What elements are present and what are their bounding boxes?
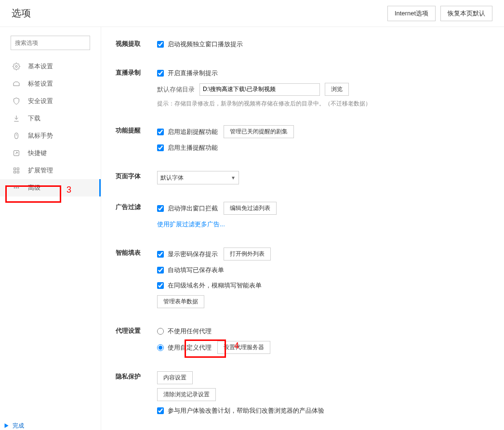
label-video-popup: 启动视频独立窗口播放提示 <box>168 40 243 49</box>
label-custom-proxy: 使用自定义代理 <box>168 343 212 352</box>
svg-rect-4 <box>14 168 16 170</box>
sidebar-item-label: 扩展管理 <box>28 166 53 175</box>
label-no-proxy: 不使用任何代理 <box>168 327 212 336</box>
svg-rect-1 <box>15 133 18 139</box>
svg-rect-7 <box>17 171 19 173</box>
sidebar-item-download[interactable]: 下载 <box>0 110 101 127</box>
section-title-video: 视频提取 <box>116 39 157 50</box>
tab-icon <box>13 80 20 88</box>
clear-history-button[interactable]: 清除浏览记录设置 <box>157 388 216 401</box>
label-popup-block: 启动弹出窗口拦截 <box>168 204 218 213</box>
label-default-dir: 默认存储目录 <box>157 85 195 94</box>
section-title-smartfill: 智能填表 <box>116 248 157 308</box>
svg-point-9 <box>16 187 17 188</box>
checkbox-popup-block[interactable] <box>157 205 164 212</box>
sidebar: 基本设置 标签设置 安全设置 下载 鼠标手势 快捷键 扩展管理 高级 <box>0 27 101 430</box>
checkbox-live-record[interactable] <box>157 70 164 77</box>
input-default-dir[interactable] <box>199 83 320 96</box>
label-fuzzy-fill: 在同级域名外，模糊填写智能表单 <box>168 281 262 290</box>
sidebar-item-security[interactable]: 安全设置 <box>0 92 101 110</box>
label-anchor-remind: 启用主播提醒功能 <box>168 143 218 152</box>
svg-rect-5 <box>17 168 19 170</box>
download-icon <box>13 115 20 122</box>
sidebar-item-mouse[interactable]: 鼠标手势 <box>0 127 101 144</box>
sidebar-item-advanced[interactable]: 高级 <box>0 179 101 196</box>
browse-button[interactable]: 浏览 <box>325 83 349 96</box>
section-title-privacy: 隐私保护 <box>116 371 157 417</box>
checkbox-anchor-remind[interactable] <box>157 144 164 151</box>
content-area: 视频提取 启动视频独立窗口播放提示 直播录制 开启直播录制提示 默认存储目录 浏… <box>101 27 504 430</box>
sidebar-item-tabs[interactable]: 标签设置 <box>0 75 101 92</box>
section-title-func: 功能提醒 <box>116 125 157 154</box>
checkbox-pwd-prompt[interactable] <box>157 251 164 258</box>
sidebar-item-shortcut[interactable]: 快捷键 <box>0 144 101 162</box>
section-title-adfilter: 广告过滤 <box>116 202 157 230</box>
sidebar-item-label: 鼠标手势 <box>28 131 53 140</box>
label-drama-remind: 启用追剧提醒功能 <box>168 128 218 136</box>
svg-marker-11 <box>5 423 9 428</box>
label-ux-plan: 参与用户体验改善计划，帮助我们改善浏览器的产品体验 <box>168 406 324 415</box>
sidebar-item-label: 下载 <box>28 114 40 123</box>
section-title-font: 页面字体 <box>116 171 157 184</box>
status-text: 完成 <box>13 422 24 430</box>
label-pwd-prompt: 显示密码保存提示 <box>168 250 218 259</box>
status-bar: 完成 <box>0 421 24 430</box>
checkbox-drama-remind[interactable] <box>157 129 164 135</box>
sidebar-item-label: 安全设置 <box>28 97 53 105</box>
page-title: 选项 <box>12 7 31 20</box>
header-buttons: Internet选项 恢复本页默认 <box>387 6 492 21</box>
header: 选项 Internet选项 恢复本页默认 <box>0 0 504 27</box>
section-title-proxy: 代理设置 <box>116 326 157 354</box>
internet-options-button[interactable]: Internet选项 <box>387 6 436 21</box>
checkbox-fuzzy-fill[interactable] <box>157 282 164 289</box>
link-ext-filter[interactable]: 使用扩展过滤更多广告... <box>157 220 225 229</box>
label-live-record: 开启直播录制提示 <box>168 69 218 78</box>
checkbox-ux-plan[interactable] <box>157 407 164 414</box>
shield-icon <box>13 97 20 105</box>
search-input[interactable] <box>11 36 90 50</box>
svg-point-8 <box>14 187 15 188</box>
sidebar-item-label: 标签设置 <box>28 79 53 88</box>
sidebar-item-extension[interactable]: 扩展管理 <box>0 162 101 179</box>
sidebar-item-label: 快捷键 <box>28 149 47 157</box>
grid-icon <box>13 167 20 174</box>
set-proxy-button[interactable]: 设置代理服务器 <box>217 341 270 354</box>
sidebar-item-label: 高级 <box>28 183 40 192</box>
gear-icon <box>13 63 20 70</box>
content-settings-button[interactable]: 内容设置 <box>157 371 193 384</box>
font-select[interactable]: 默认字体 <box>157 171 239 184</box>
radio-custom-proxy[interactable] <box>157 344 164 351</box>
annotation-label-3: 3 <box>66 185 71 195</box>
svg-point-0 <box>15 65 17 67</box>
restore-defaults-button[interactable]: 恢复本页默认 <box>440 6 492 21</box>
svg-point-10 <box>18 187 19 188</box>
hint-live-record: 提示：存储目录修改后，新录制的视频将存储在修改后的目录中。（不迁移老数据） <box>157 100 490 108</box>
radio-no-proxy[interactable] <box>157 328 164 335</box>
open-exception-button[interactable]: 打开例外列表 <box>224 248 271 261</box>
dots-icon <box>13 184 20 192</box>
label-autofill: 自动填写已保存表单 <box>168 266 224 274</box>
manage-closed-button[interactable]: 管理已关闭提醒的剧集 <box>224 125 294 138</box>
annotation-label-4: 4 <box>234 341 239 351</box>
checkbox-autofill[interactable] <box>157 267 164 274</box>
sidebar-item-label: 基本设置 <box>28 62 53 71</box>
shortcut-icon <box>13 149 20 157</box>
svg-rect-6 <box>14 171 16 173</box>
checkbox-video-popup[interactable] <box>157 41 164 48</box>
section-title-live: 直播录制 <box>116 67 157 108</box>
manage-form-button[interactable]: 管理表单数据 <box>157 295 204 308</box>
edit-exempt-button[interactable]: 编辑免过滤列表 <box>224 202 277 215</box>
mouse-icon <box>13 132 20 140</box>
sidebar-item-basic[interactable]: 基本设置 <box>0 58 101 75</box>
play-icon <box>3 422 10 429</box>
